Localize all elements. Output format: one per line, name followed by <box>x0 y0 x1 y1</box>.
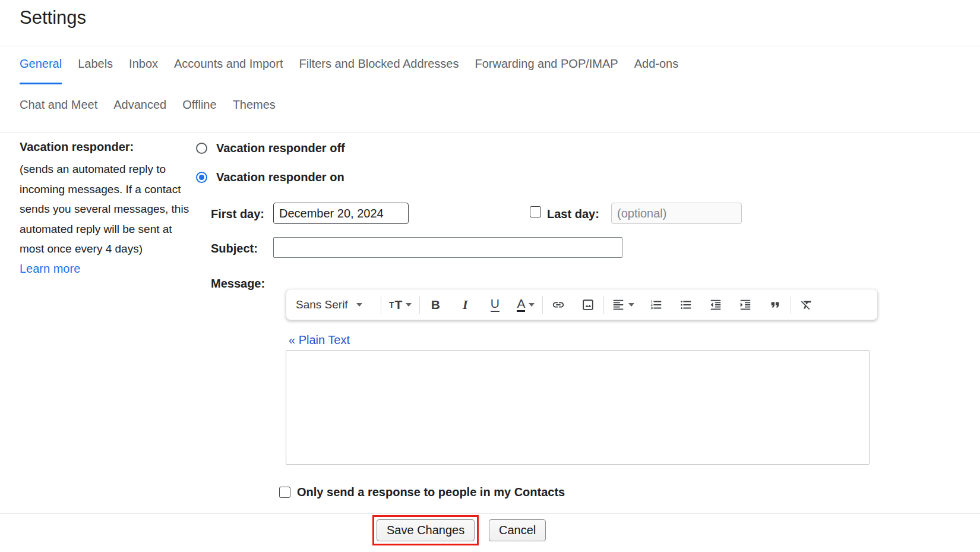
footer-divider <box>0 513 980 514</box>
vacation-responder-description: (sends an automated reply to incoming me… <box>20 159 195 259</box>
message-body-textarea[interactable] <box>286 350 870 465</box>
font-size-icon: T <box>389 301 394 309</box>
vacation-responder-off-radio[interactable] <box>196 143 207 154</box>
vacation-responder-off-label: Vacation responder off <box>216 141 345 155</box>
save-changes-button[interactable]: Save Changes <box>377 519 475 541</box>
subject-input[interactable] <box>273 237 622 258</box>
bulleted-list-icon <box>679 298 693 311</box>
tab-forwarding-and-pop-imap[interactable]: Forwarding and POP/IMAP <box>475 57 618 83</box>
font-size-dropdown[interactable]: T T <box>389 294 412 316</box>
italic-button[interactable]: I <box>457 294 473 316</box>
tab-offline[interactable]: Offline <box>182 98 216 112</box>
indent-less-button[interactable] <box>708 294 723 316</box>
tab-advanced[interactable]: Advanced <box>113 98 166 112</box>
tab-add-ons[interactable]: Add-ons <box>634 57 679 83</box>
underline-icon: U <box>491 297 500 311</box>
quote-icon <box>769 298 782 311</box>
settings-tabs-row2: Chat and Meet Advanced Offline Themes <box>20 98 276 112</box>
vacation-responder-off-row: Vacation responder off <box>196 141 345 155</box>
indent-increase-icon <box>739 298 752 311</box>
cancel-button[interactable]: Cancel <box>489 519 546 541</box>
contacts-only-checkbox[interactable] <box>279 487 290 498</box>
settings-page: Settings General Labels Inbox Accounts a… <box>0 0 980 552</box>
tabs-divider <box>0 132 980 133</box>
subject-label: Subject: <box>211 242 258 256</box>
align-dropdown[interactable] <box>612 294 634 316</box>
contacts-only-row: Only send a response to people in my Con… <box>279 485 565 499</box>
toolbar-divider <box>419 296 420 314</box>
last-day-input[interactable] <box>611 203 742 224</box>
align-left-icon <box>612 298 625 311</box>
vacation-responder-on-row: Vacation responder on <box>196 171 344 184</box>
remove-formatting-button[interactable] <box>799 294 814 316</box>
page-title: Settings <box>20 7 86 29</box>
vacation-responder-description-column: Vacation responder: (sends an automated … <box>20 140 195 279</box>
bold-button[interactable]: B <box>428 294 443 316</box>
first-day-label: First day: <box>211 207 264 221</box>
remove-formatting-icon <box>800 298 813 311</box>
numbered-list-icon <box>650 298 663 311</box>
save-changes-highlight-box: Save Changes <box>372 515 479 545</box>
bold-icon: B <box>431 298 440 312</box>
font-family-dropdown[interactable]: Sans Serif <box>296 294 373 316</box>
tab-themes[interactable]: Themes <box>233 98 276 112</box>
message-label: Message: <box>211 277 265 291</box>
toolbar-divider <box>542 296 543 314</box>
underline-button[interactable]: U <box>487 294 502 316</box>
tab-labels[interactable]: Labels <box>78 57 113 83</box>
toolbar-divider <box>791 296 791 314</box>
tab-filters-and-blocked-addresses[interactable]: Filters and Blocked Addresses <box>299 57 459 83</box>
last-day-checkbox[interactable] <box>530 206 541 217</box>
toolbar-divider <box>381 296 381 314</box>
tab-general[interactable]: General <box>20 57 62 84</box>
numbered-list-button[interactable] <box>649 294 664 316</box>
tab-accounts-and-import[interactable]: Accounts and Import <box>174 57 283 83</box>
settings-tabs-row1: General Labels Inbox Accounts and Import… <box>20 57 678 84</box>
first-day-input[interactable] <box>273 203 409 224</box>
header-divider <box>0 46 980 46</box>
chevron-down-icon <box>529 303 535 307</box>
vacation-responder-section-label: Vacation responder: <box>20 140 195 154</box>
tab-inbox[interactable]: Inbox <box>129 57 158 83</box>
contacts-only-label: Only send a response to people in my Con… <box>297 485 565 499</box>
indent-decrease-icon <box>709 298 722 311</box>
message-formatting-toolbar: Sans Serif T T B I U A <box>286 289 878 320</box>
bulleted-list-button[interactable] <box>678 294 694 316</box>
insert-link-button[interactable] <box>551 294 566 316</box>
tab-chat-and-meet[interactable]: Chat and Meet <box>20 98 97 112</box>
vacation-responder-on-label: Vacation responder on <box>216 171 344 184</box>
plain-text-link[interactable]: « Plain Text <box>289 333 350 347</box>
learn-more-link[interactable]: Learn more <box>20 259 80 279</box>
chevron-down-icon <box>356 303 362 307</box>
quote-button[interactable] <box>767 294 783 316</box>
text-color-icon: A <box>517 297 525 312</box>
indent-more-button[interactable] <box>738 294 753 316</box>
vacation-responder-on-radio[interactable] <box>196 172 207 183</box>
chevron-down-icon <box>406 303 412 307</box>
link-icon <box>552 298 565 311</box>
chevron-down-icon <box>628 303 634 307</box>
last-day-label: Last day: <box>547 207 599 221</box>
toolbar-divider <box>603 296 604 314</box>
font-family-value: Sans Serif <box>296 298 348 311</box>
text-color-dropdown[interactable]: A <box>517 294 535 316</box>
insert-image-button[interactable] <box>580 294 596 316</box>
image-icon <box>581 298 595 311</box>
italic-icon: I <box>463 297 468 313</box>
